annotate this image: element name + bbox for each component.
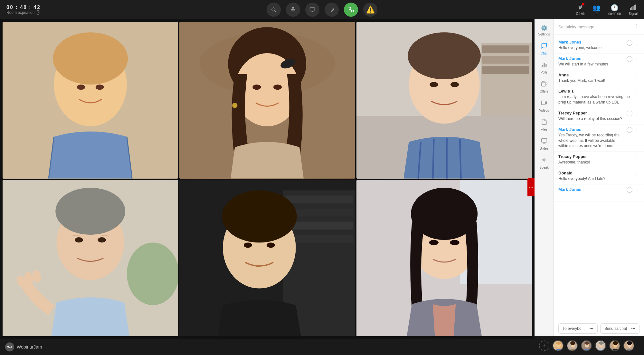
chat-panel: Set sticky message... ⋮ Mark Jones Hello… (554, 19, 644, 355)
screen-share-button[interactable] (305, 3, 319, 17)
settings-icon: ⚙️ (541, 25, 548, 32)
svg-rect-12 (635, 5, 636, 10)
offers-icon (541, 81, 547, 89)
sidebar-item-polls[interactable]: Polls (536, 59, 553, 77)
msg-check-1[interactable] (627, 40, 632, 46)
phone-button[interactable] (344, 3, 358, 17)
msg-check-6[interactable] (627, 127, 632, 133)
timer-display: 00 : 48 : 42 (6, 5, 41, 10)
participant-avatar-1[interactable] (553, 340, 564, 351)
svg-point-82 (570, 341, 575, 345)
msg-more-6[interactable]: ⋮ (634, 127, 639, 133)
svg-point-68 (429, 240, 438, 245)
msg-content-5: Trecey Pepper Will there be a replay of … (558, 111, 624, 122)
participant-avatar-4[interactable] (595, 340, 606, 351)
sidebar-item-videos[interactable]: Videos (536, 97, 553, 115)
svg-point-25 (253, 84, 261, 90)
sidebar-item-chat[interactable]: Chat (536, 40, 553, 58)
sticky-more-icon[interactable]: ⋮ (634, 23, 639, 30)
chat-message-8: Donald Hello everybody! Am I late? ⋮ (554, 168, 644, 184)
participant-avatar-6[interactable] (623, 340, 634, 351)
participants-strip: + (535, 336, 644, 355)
msg-content-9: Mark Jones (558, 187, 624, 199)
mic-badge (582, 3, 584, 5)
msg-more-3[interactable]: ⋮ (634, 73, 639, 79)
chat-message-6: Mark Jones Yes Tracey, we will be record… (554, 124, 644, 152)
duration-control[interactable]: 🕐 00:00:00 (608, 4, 621, 16)
chat-message-7: Trecey Pepper Awesome, thanks! ⋮ (554, 152, 644, 168)
bottom-bar: WJ WebinarJam (0, 339, 535, 355)
msg-actions-5: ⋮ (627, 111, 639, 117)
msg-actions-4: ⋮ (634, 89, 639, 95)
signal-control[interactable]: Signal (629, 4, 638, 15)
off-air-control[interactable]: 🎙 Off Air (576, 4, 585, 15)
right-panel: ⚙️ Settings Chat (535, 19, 644, 355)
svg-point-17 (77, 84, 85, 90)
msg-text-8: Hello everybody! Am I late? (558, 176, 632, 182)
msg-content-1: Mark Jones Hello everyone, welcome (558, 40, 624, 51)
video-section: ⋮ WJ WebinarJam (0, 19, 535, 355)
warning-button[interactable]: ⚠️ (363, 3, 377, 17)
msg-more-9[interactable]: ⋮ (634, 187, 639, 193)
msg-more-5[interactable]: ⋮ (634, 111, 639, 117)
svg-rect-70 (542, 65, 543, 67)
svg-point-62 (267, 242, 275, 248)
mic-off-air-icon: 🎙 (577, 4, 583, 11)
pen-button[interactable] (325, 3, 339, 17)
slides-icon (541, 138, 547, 146)
msg-more-7[interactable]: ⋮ (634, 154, 639, 160)
msg-text-9 (558, 192, 624, 199)
msg-content-4: Lewis T. I am ready. I have also been re… (558, 89, 632, 105)
svg-line-39 (460, 139, 461, 178)
sidebar-item-offers[interactable]: Offers (536, 78, 553, 96)
video-cell-4 (3, 180, 178, 337)
sidebar-item-settings[interactable]: ⚙️ Settings (536, 22, 553, 39)
svg-point-27 (232, 103, 238, 108)
add-participant-button[interactable]: + (539, 340, 549, 351)
svg-point-35 (408, 32, 481, 79)
sidebar-item-slides[interactable]: Slides (536, 135, 553, 153)
msg-actions-8: ⋮ (634, 171, 639, 177)
msg-text-6: Yes Tracey, we will be recording the who… (558, 133, 624, 149)
video-feed-1 (3, 22, 178, 179)
msg-check-2[interactable] (627, 56, 632, 62)
viewers-control[interactable]: 👥 0 (592, 4, 601, 16)
msg-content-6: Mark Jones Yes Tracey, we will be record… (558, 127, 624, 149)
svg-point-60 (222, 190, 297, 242)
msg-check-5[interactable] (627, 111, 632, 116)
sidebar-item-files[interactable]: Files (536, 116, 553, 134)
svg-rect-30 (481, 43, 532, 116)
svg-rect-71 (544, 63, 545, 67)
participant-avatar-3[interactable] (581, 340, 592, 351)
participant-avatar-2[interactable] (567, 340, 578, 351)
red-side-button[interactable]: ⋮ (527, 178, 535, 196)
msg-more-4[interactable]: ⋮ (634, 89, 639, 95)
files-icon (541, 119, 547, 127)
send-to-button[interactable]: To everybo... ••• (558, 323, 598, 334)
help-icon[interactable]: ? (36, 10, 40, 15)
msg-more-8[interactable]: ⋮ (634, 171, 639, 177)
msg-text-5: Will there be a replay of this session? (558, 116, 624, 122)
mic-button[interactable] (286, 3, 300, 17)
sidebar-item-speak[interactable]: Speak (536, 154, 553, 172)
svg-rect-58 (286, 234, 353, 242)
timer-section: 00 : 48 : 42 Room expiration ? (6, 5, 41, 15)
svg-rect-10 (632, 6, 633, 10)
msg-text-1: Hello everyone, welcome (558, 45, 624, 51)
svg-point-26 (273, 84, 282, 90)
msg-more-2[interactable]: ⋮ (634, 56, 639, 62)
msg-more-1[interactable]: ⋮ (634, 40, 639, 46)
sticky-message-placeholder: Set sticky message... (558, 25, 634, 29)
video-grid (0, 19, 535, 339)
send-as-button[interactable]: Send as chat ••• (600, 323, 639, 334)
msg-sender-4: Lewis T. (558, 89, 632, 94)
svg-point-86 (599, 341, 604, 345)
search-button[interactable] (267, 3, 281, 17)
speak-icon (541, 157, 547, 165)
msg-text-4: I am ready. I have also been revewing th… (558, 94, 632, 105)
clock-icon: 🕐 (611, 4, 619, 12)
msg-sender-7: Trecey Pepper (558, 154, 632, 159)
msg-actions-3: ⋮ (634, 73, 639, 79)
msg-check-9[interactable] (627, 187, 632, 193)
participant-avatar-5[interactable] (609, 340, 620, 351)
